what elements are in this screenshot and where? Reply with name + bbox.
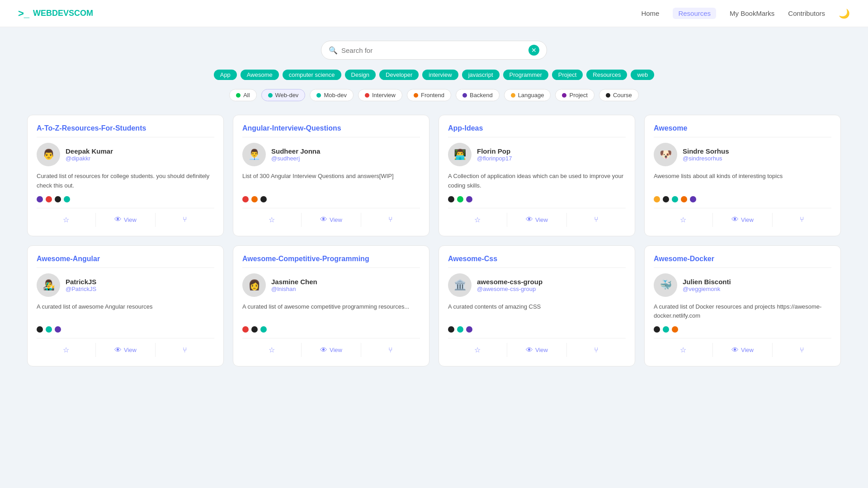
bookmark-button[interactable]: ☆ [37, 343, 96, 357]
filter-mob-dev[interactable]: Mob-dev [310, 89, 354, 101]
card-actions: ☆👁View⑂ [654, 208, 831, 227]
fork-icon: ⑂ [183, 216, 187, 224]
filter-interview[interactable]: Interview [358, 89, 402, 101]
fork-button[interactable]: ⑂ [567, 213, 626, 227]
bookmark-button[interactable]: ☆ [242, 213, 302, 227]
fork-button[interactable]: ⑂ [773, 343, 831, 357]
card-actions: ☆👁View⑂ [37, 338, 214, 357]
author-name: Sudheer Jonna [271, 147, 320, 155]
card-dot [260, 196, 267, 202]
author-handle[interactable]: @sudheerj [271, 155, 320, 162]
author-handle[interactable]: @awesome-css-group [477, 286, 542, 292]
view-button[interactable]: 👁View [713, 213, 772, 227]
filter-project[interactable]: Project [555, 89, 594, 101]
view-button[interactable]: 👁View [302, 343, 361, 357]
filter-row: AllWeb-devMob-devInterviewFrontendBacken… [0, 85, 868, 110]
view-button[interactable]: 👁View [507, 213, 566, 227]
dark-mode-toggle[interactable]: 🌙 [839, 9, 850, 19]
tag-computer-science[interactable]: computer science [283, 70, 341, 80]
card-title[interactable]: Awesome-Docker [654, 255, 831, 268]
view-button[interactable]: 👁View [713, 343, 772, 357]
card-author: 👨‍💻Florin Pop@florinpop17 [448, 143, 626, 166]
card-description: A Collection of application ideas which … [448, 172, 626, 191]
card-title[interactable]: Angular-Interview-Questions [242, 124, 420, 137]
card-title[interactable]: A-To-Z-Resources-For-Students [37, 124, 214, 137]
tags-row: AppAwesomecomputer scienceDesignDevelope… [0, 64, 868, 85]
tag-project[interactable]: Project [552, 70, 583, 80]
author-handle[interactable]: @florinpop17 [477, 155, 512, 162]
author-handle[interactable]: @lnishan [271, 286, 317, 292]
search-clear-button[interactable]: ✕ [528, 45, 539, 56]
filter-dot [365, 93, 369, 98]
filter-all[interactable]: All [229, 89, 256, 101]
nav-home[interactable]: Home [641, 9, 659, 17]
card-5: Awesome-Competitive-Programming👩Jasmine … [233, 245, 429, 367]
bookmark-button[interactable]: ☆ [654, 213, 713, 227]
card-dots [654, 326, 831, 333]
filter-frontend[interactable]: Frontend [407, 89, 451, 101]
bookmark-button[interactable]: ☆ [448, 213, 507, 227]
logo-icon: >_ [18, 8, 29, 19]
card-title[interactable]: Awesome [654, 124, 831, 137]
view-button[interactable]: 👁View [96, 343, 155, 357]
filter-course[interactable]: Course [599, 89, 639, 101]
nav-links: Home Resources My BookMarks Contributors… [641, 8, 850, 19]
nav-contributors[interactable]: Contributors [788, 9, 825, 17]
card-author: 🐶Sindre Sorhus@sindresorhus [654, 143, 831, 166]
cards-grid: A-To-Z-Resources-For-Students👨Deepak Kum… [0, 110, 868, 380]
tag-interview[interactable]: interview [422, 70, 458, 80]
filter-dot [268, 93, 273, 98]
card-title[interactable]: Awesome-Competitive-Programming [242, 255, 420, 268]
card-title[interactable]: Awesome-Angular [37, 255, 214, 268]
fork-button[interactable]: ⑂ [156, 343, 214, 357]
fork-button[interactable]: ⑂ [361, 343, 420, 357]
logo-link[interactable]: >_ WEBDEVSCOM [18, 8, 93, 19]
card-title[interactable]: Awesome-Css [448, 255, 626, 268]
author-handle[interactable]: @dipakkr [66, 155, 113, 162]
fork-icon: ⑂ [800, 346, 804, 354]
view-button[interactable]: 👁View [96, 213, 155, 227]
tag-developer[interactable]: Developer [379, 70, 419, 80]
view-button[interactable]: 👁View [302, 213, 361, 227]
tag-app[interactable]: App [214, 70, 237, 80]
tag-resources[interactable]: Resources [586, 70, 627, 80]
filter-language[interactable]: Language [504, 89, 551, 101]
author-handle[interactable]: @veggiemonk [683, 286, 731, 292]
search-input[interactable] [341, 47, 525, 54]
bookmark-button[interactable]: ☆ [654, 343, 713, 357]
card-actions: ☆👁View⑂ [37, 208, 214, 227]
bookmark-button[interactable]: ☆ [37, 213, 96, 227]
author-handle[interactable]: @sindresorhus [683, 155, 729, 162]
filter-backend[interactable]: Backend [456, 89, 500, 101]
tag-javascript[interactable]: javascript [462, 70, 500, 80]
card-actions: ☆👁View⑂ [242, 208, 420, 227]
nav-resources[interactable]: Resources [673, 8, 716, 19]
author-info: Florin Pop@florinpop17 [477, 147, 512, 162]
fork-button[interactable]: ⑂ [361, 213, 420, 227]
card-dots [242, 326, 420, 333]
card-title[interactable]: App-Ideas [448, 124, 626, 137]
filter-label: Web-dev [275, 92, 299, 99]
author-info: Sindre Sorhus@sindresorhus [683, 147, 729, 162]
bookmark-button[interactable]: ☆ [448, 343, 507, 357]
tag-design[interactable]: Design [345, 70, 376, 80]
fork-icon: ⑂ [594, 346, 599, 354]
author-handle[interactable]: @PatrickJS [66, 286, 96, 292]
bookmark-button[interactable]: ☆ [242, 343, 302, 357]
fork-button[interactable]: ⑂ [773, 213, 831, 227]
card-4: Awesome-Angular👨‍🎤PatrickJS@PatrickJSA c… [27, 245, 224, 367]
view-button[interactable]: 👁View [507, 343, 566, 357]
card-dot [251, 326, 258, 333]
author-info: awesome-css-group@awesome-css-group [477, 278, 542, 292]
filter-dot [236, 93, 241, 98]
fork-button[interactable]: ⑂ [156, 213, 214, 227]
nav-bookmarks[interactable]: My BookMarks [730, 9, 774, 17]
card-dot [46, 196, 52, 202]
filter-web-dev[interactable]: Web-dev [261, 89, 306, 101]
card-dot [457, 196, 463, 202]
tag-awesome[interactable]: Awesome [241, 70, 279, 80]
tag-web[interactable]: web [631, 70, 654, 80]
tag-programmer[interactable]: Programmer [503, 70, 548, 80]
fork-button[interactable]: ⑂ [567, 343, 626, 357]
card-dots [242, 196, 420, 202]
